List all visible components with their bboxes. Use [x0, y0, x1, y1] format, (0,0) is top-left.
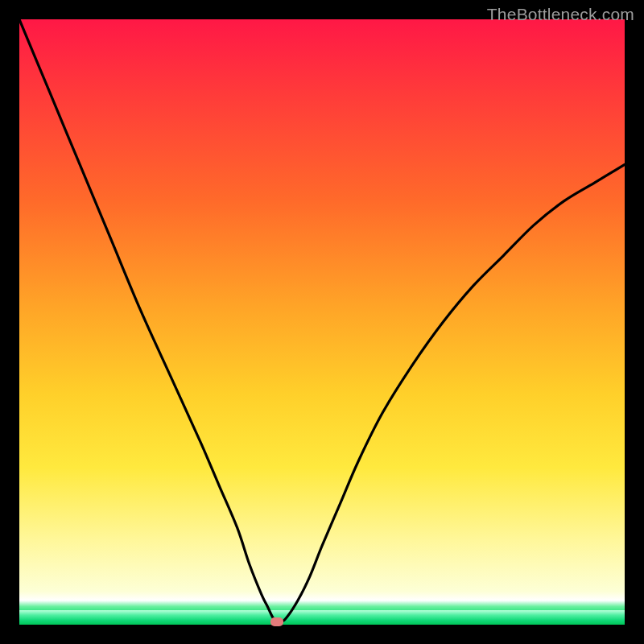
plot-area — [19, 19, 625, 625]
chart-frame: TheBottleneck.com — [0, 0, 644, 644]
watermark-text: TheBottleneck.com — [487, 5, 634, 24]
optimal-marker — [270, 617, 283, 626]
green-zone — [19, 610, 625, 625]
